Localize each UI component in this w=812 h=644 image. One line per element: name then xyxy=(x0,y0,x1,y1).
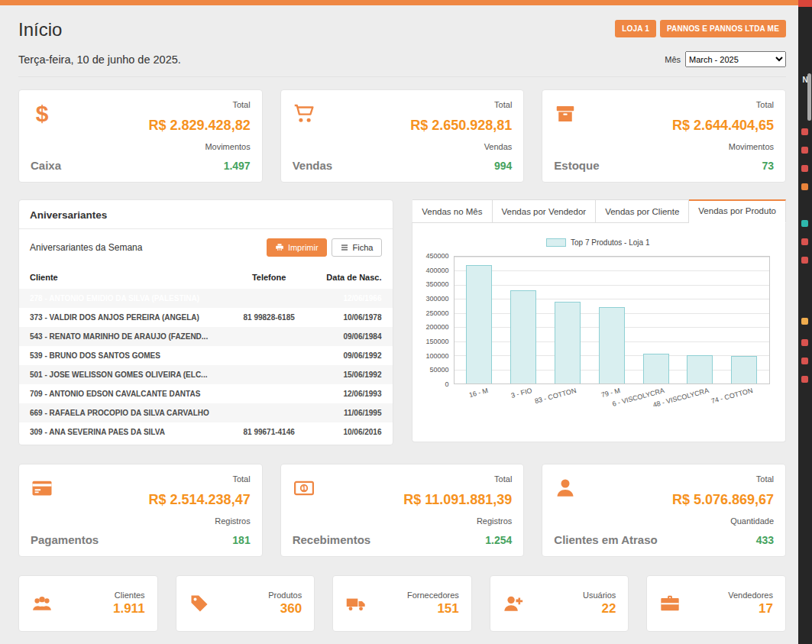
chart-bar[interactable] xyxy=(687,355,713,383)
y-tick-label: 0 xyxy=(445,380,448,388)
store-button[interactable]: LOJA 1 xyxy=(615,20,656,37)
sidebar-icon[interactable] xyxy=(801,165,808,172)
scrollbar-thumb[interactable] xyxy=(807,73,811,121)
table-row[interactable]: 669 - RAFAELA PROCOPIO DA SILVA CARVALHO… xyxy=(19,403,393,422)
current-date: Terça-feira, 10 de junho de 2025. xyxy=(18,53,181,66)
list-icon xyxy=(340,243,349,252)
sidebar-icon[interactable] xyxy=(801,238,808,245)
sales-tab[interactable]: Vendas no Mês xyxy=(412,199,492,223)
summary-card[interactable]: Clientes 1.911 xyxy=(18,575,158,632)
total-label: Total xyxy=(756,100,774,109)
bar-slot: 79 - M xyxy=(597,257,627,383)
chart-bar[interactable] xyxy=(643,354,669,383)
table-row[interactable]: 309 - ANA SEVERINA PAES DA SILVA 81 9967… xyxy=(19,422,393,442)
users-icon xyxy=(31,593,54,614)
money-icon: 1 xyxy=(293,477,317,500)
sales-tab[interactable]: Vendas por Produto xyxy=(689,199,786,223)
y-tick-label: 300000 xyxy=(425,295,448,303)
ficha-button[interactable]: Ficha xyxy=(332,238,382,257)
client-name: 501 - JOSE WELISSON GOMES OLIVEIRA (ELC.… xyxy=(30,371,227,379)
sidebar-icon[interactable] xyxy=(801,147,808,154)
bar-slot: 6 - VISCOLYCRA xyxy=(641,257,671,383)
stat-card[interactable]: 1 Recebimentos Total R$ 11.091.881,39 Re… xyxy=(280,464,525,557)
client-name: 373 - VALDIR DOS ANJOS PEREIRA (ANGELA) xyxy=(30,313,227,322)
table-row[interactable]: 543 - RENATO MARINHO DE ARAUJO (FAZEND..… xyxy=(19,327,393,346)
summary-label: Vendedores xyxy=(728,591,773,600)
x-tick-label: 83 - COTTON xyxy=(534,387,577,405)
stat-card-label: Recebimentos xyxy=(293,533,371,546)
stat-card-label: Estoque xyxy=(554,159,599,172)
stat-card[interactable]: Vendas Total R$ 2.650.928,81 Vendas 994 xyxy=(280,89,525,183)
summary-value: 22 xyxy=(601,601,616,616)
x-tick-label: 79 - M xyxy=(600,387,621,399)
client-name: 669 - RAFAELA PROCOPIO DA SILVA CARVALHO xyxy=(30,409,227,417)
legend-swatch xyxy=(546,238,566,247)
sidebar-icon[interactable] xyxy=(801,183,808,190)
user-plus-icon xyxy=(503,593,526,614)
sidebar-icon[interactable] xyxy=(801,257,808,264)
sidebar-icon[interactable] xyxy=(801,358,808,364)
cart-icon xyxy=(293,102,317,125)
count-value: 181 xyxy=(232,534,250,546)
chart-bar[interactable] xyxy=(466,265,492,383)
month-select[interactable]: March - 2025 xyxy=(685,51,786,67)
page-header: Início LOJA 1 PANNOS E PANNOS LTDA ME xyxy=(18,16,786,40)
credit-card-icon xyxy=(31,477,55,500)
birthdays-panel: Aniversariantes Aniversariantes da Seman… xyxy=(18,199,393,445)
archive-icon xyxy=(554,102,578,125)
chart-bar[interactable] xyxy=(510,290,536,383)
table-row[interactable]: 539 - BRUNO DOS SANTOS GOMES 09/06/1992 xyxy=(19,346,393,365)
chart-bar[interactable] xyxy=(555,302,581,383)
stat-card[interactable]: $ Caixa Total R$ 2.829.428,82 Movimentos… xyxy=(18,89,263,183)
sidebar-icon[interactable] xyxy=(801,220,808,227)
y-tick-label: 350000 xyxy=(425,280,448,288)
summary-card[interactable]: Fornecedores 151 xyxy=(332,575,472,632)
table-row[interactable]: 278 - ANTONIO EMIDIO DA SILVA (PALESTINA… xyxy=(19,289,393,308)
count-label: Movimentos xyxy=(729,142,774,151)
print-button[interactable]: Imprimir xyxy=(267,238,327,257)
stat-card[interactable]: Estoque Total R$ 2.644.404,65 Movimentos… xyxy=(542,89,786,183)
total-value: R$ 2.514.238,47 xyxy=(149,492,251,508)
table-row[interactable]: 501 - JOSE WELISSON GOMES OLIVEIRA (ELC.… xyxy=(19,365,393,384)
table-row[interactable]: 709 - ANTONIO EDSON CAVALCANTE DANTAS 12… xyxy=(19,384,393,403)
stat-card[interactable]: Clientes em Atraso Total R$ 5.076.869,67… xyxy=(542,464,786,557)
summary-card[interactable]: Usuários 22 xyxy=(490,575,629,632)
chart-bar[interactable] xyxy=(599,307,625,383)
total-label: Total xyxy=(232,100,250,109)
sidebar-icon[interactable] xyxy=(801,128,808,135)
total-label: Total xyxy=(494,100,512,109)
summary-card[interactable]: Vendedores 17 xyxy=(646,575,786,632)
chart-bar[interactable] xyxy=(731,356,757,383)
column-nascimento: Data de Nasc. xyxy=(311,273,381,282)
sidebar-icon[interactable] xyxy=(801,376,808,383)
sales-tab[interactable]: Vendas por Vendedor xyxy=(493,199,597,223)
client-name: 543 - RENATO MARINHO DE ARAUJO (FAZEND..… xyxy=(30,332,227,341)
summary-label: Produtos xyxy=(268,591,302,600)
summary-value: 360 xyxy=(280,601,302,616)
sidebar-icon[interactable] xyxy=(801,339,808,346)
sales-tab[interactable]: Vendas por Cliente xyxy=(596,199,689,223)
collapsed-right-sidebar[interactable]: N xyxy=(798,0,812,644)
column-telefone: Telefone xyxy=(227,273,312,282)
printer-icon xyxy=(275,243,284,252)
sidebar-icon[interactable] xyxy=(801,318,808,325)
tab-label: Vendas por Produto xyxy=(698,206,776,215)
stat-card[interactable]: Pagamentos Total R$ 2.514.238,47 Registr… xyxy=(18,464,263,557)
count-value: 994 xyxy=(494,160,512,172)
total-value: R$ 2.829.428,82 xyxy=(149,118,251,134)
chart-y-labels: 0500001000001500002000002500003000003500… xyxy=(420,256,454,384)
column-cliente: Cliente xyxy=(30,273,227,282)
client-phone: 81 99828-6185 xyxy=(227,313,312,322)
client-name: 309 - ANA SEVERINA PAES DA SILVA xyxy=(30,428,227,436)
table-row[interactable]: 373 - VALDIR DOS ANJOS PEREIRA (ANGELA) … xyxy=(19,308,393,327)
print-button-label: Imprimir xyxy=(288,243,319,252)
company-button[interactable]: PANNOS E PANNOS LTDA ME xyxy=(660,20,786,37)
truck-icon xyxy=(345,593,368,614)
total-label: Total xyxy=(232,474,250,484)
birthdays-title: Aniversariantes xyxy=(19,200,393,229)
stat-card-label: Caixa xyxy=(31,159,61,172)
summary-card[interactable]: Produtos 360 xyxy=(176,575,315,632)
bar-chart: 0500001000001500002000002500003000003500… xyxy=(420,256,777,384)
birthdays-subtitle: Aniversariantes da Semana xyxy=(30,242,142,253)
total-value: R$ 2.644.404,65 xyxy=(672,118,774,134)
